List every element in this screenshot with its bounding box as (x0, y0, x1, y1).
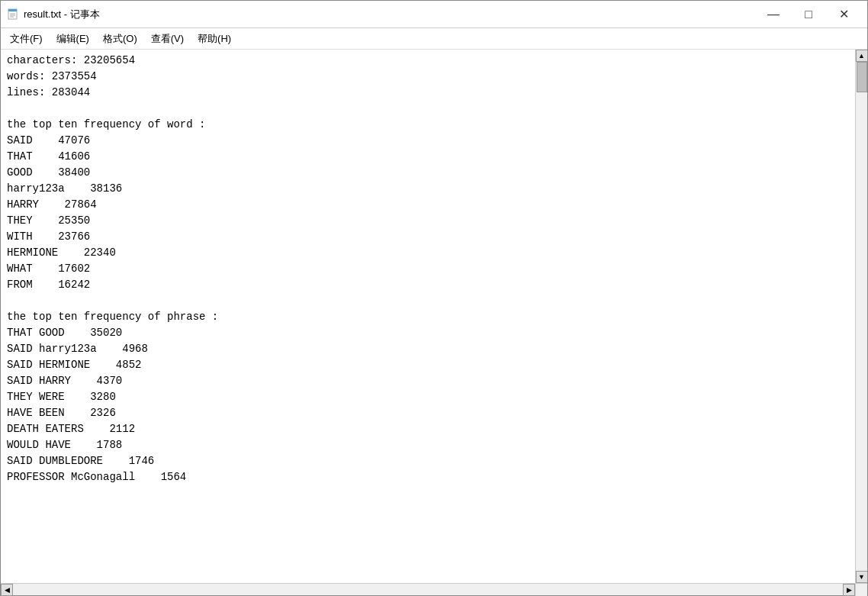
scroll-right-arrow[interactable]: ▶ (843, 584, 855, 596)
menu-format[interactable]: 格式(O) (97, 30, 143, 48)
minimize-button[interactable]: — (756, 4, 791, 25)
content-area: characters: 23205654 words: 2373554 line… (1, 50, 867, 583)
scrollbar-corner (855, 584, 867, 596)
close-button[interactable]: ✕ (826, 4, 861, 25)
menu-file[interactable]: 文件(F) (4, 30, 49, 48)
scroll-track-vertical[interactable] (856, 62, 867, 571)
title-bar: result.txt - 记事本 — □ ✕ (1, 1, 867, 28)
menu-bar: 文件(F) 编辑(E) 格式(O) 查看(V) 帮助(H) (1, 28, 867, 50)
main-window: result.txt - 记事本 — □ ✕ 文件(F) 编辑(E) 格式(O)… (0, 0, 868, 596)
text-editor[interactable]: characters: 23205654 words: 2373554 line… (1, 50, 855, 583)
maximize-button[interactable]: □ (791, 4, 826, 25)
scroll-up-arrow[interactable]: ▲ (856, 50, 868, 62)
title-bar-left: result.txt - 记事本 (7, 8, 100, 21)
vertical-scrollbar[interactable]: ▲ ▼ (855, 50, 867, 583)
menu-help[interactable]: 帮助(H) (191, 30, 237, 48)
scroll-left-arrow[interactable]: ◀ (1, 584, 13, 596)
scroll-track-horizontal[interactable] (13, 584, 843, 595)
menu-edit[interactable]: 编辑(E) (50, 30, 95, 48)
scroll-thumb-vertical[interactable] (857, 62, 867, 92)
scroll-down-arrow[interactable]: ▼ (856, 571, 868, 583)
window-controls: — □ ✕ (756, 4, 861, 25)
horizontal-scrollbar-area: ◀ ▶ (1, 583, 867, 595)
notepad-icon (7, 8, 19, 21)
window-title: result.txt - 记事本 (24, 8, 100, 21)
menu-view[interactable]: 查看(V) (145, 30, 190, 48)
svg-rect-1 (8, 9, 17, 11)
